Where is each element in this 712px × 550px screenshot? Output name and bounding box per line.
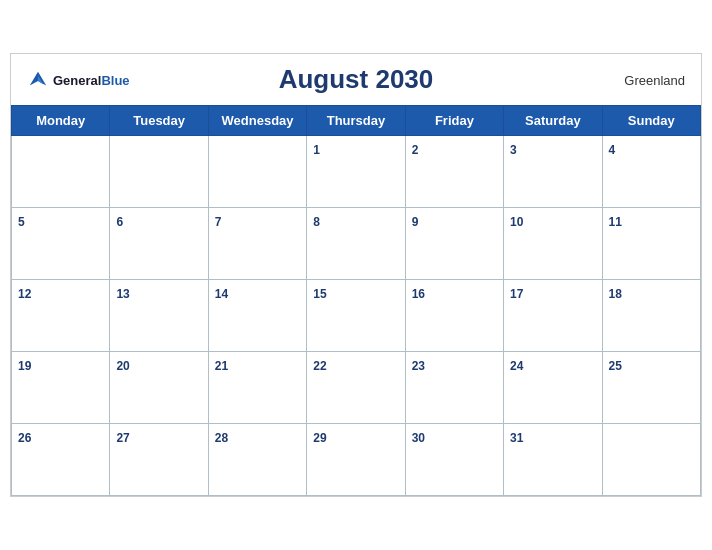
calendar-cell: 15 — [307, 280, 405, 352]
day-number: 31 — [510, 431, 523, 445]
day-number: 13 — [116, 287, 129, 301]
week-row-5: 262728293031 — [12, 424, 701, 496]
day-number: 9 — [412, 215, 419, 229]
day-number: 15 — [313, 287, 326, 301]
day-number: 28 — [215, 431, 228, 445]
calendar-cell: 11 — [602, 208, 700, 280]
calendar-cell — [208, 136, 306, 208]
calendar-cell: 28 — [208, 424, 306, 496]
day-number: 4 — [609, 143, 616, 157]
day-number: 11 — [609, 215, 622, 229]
logo-bird-icon — [27, 69, 49, 91]
day-number: 27 — [116, 431, 129, 445]
header-friday: Friday — [405, 106, 503, 136]
calendar-cell: 4 — [602, 136, 700, 208]
calendar-cell: 14 — [208, 280, 306, 352]
header-thursday: Thursday — [307, 106, 405, 136]
calendar-cell: 21 — [208, 352, 306, 424]
day-number: 25 — [609, 359, 622, 373]
logo-text: GeneralBlue — [53, 71, 130, 89]
day-number: 5 — [18, 215, 25, 229]
calendar-cell — [110, 136, 208, 208]
day-number: 2 — [412, 143, 419, 157]
calendar-cell: 30 — [405, 424, 503, 496]
day-number: 19 — [18, 359, 31, 373]
calendar-body: 1234567891011121314151617181920212223242… — [12, 136, 701, 496]
calendar-cell: 9 — [405, 208, 503, 280]
day-number: 18 — [609, 287, 622, 301]
calendar-cell: 26 — [12, 424, 110, 496]
weekday-header-row: Monday Tuesday Wednesday Thursday Friday… — [12, 106, 701, 136]
calendar-cell — [12, 136, 110, 208]
header-tuesday: Tuesday — [110, 106, 208, 136]
calendar-cell: 6 — [110, 208, 208, 280]
day-number: 12 — [18, 287, 31, 301]
day-number: 20 — [116, 359, 129, 373]
day-number: 23 — [412, 359, 425, 373]
day-number: 21 — [215, 359, 228, 373]
day-number: 7 — [215, 215, 222, 229]
calendar-header: GeneralBlue August 2030 Greenland — [11, 54, 701, 105]
calendar-cell: 19 — [12, 352, 110, 424]
calendar-cell: 12 — [12, 280, 110, 352]
calendar-cell: 31 — [504, 424, 602, 496]
week-row-3: 12131415161718 — [12, 280, 701, 352]
week-row-4: 19202122232425 — [12, 352, 701, 424]
calendar-cell: 16 — [405, 280, 503, 352]
day-number: 26 — [18, 431, 31, 445]
calendar-title: August 2030 — [279, 64, 434, 95]
day-number: 16 — [412, 287, 425, 301]
calendar-container: GeneralBlue August 2030 Greenland Monday… — [10, 53, 702, 497]
calendar-grid: Monday Tuesday Wednesday Thursday Friday… — [11, 105, 701, 496]
day-number: 3 — [510, 143, 517, 157]
day-number: 1 — [313, 143, 320, 157]
calendar-cell: 8 — [307, 208, 405, 280]
day-number: 30 — [412, 431, 425, 445]
calendar-cell: 1 — [307, 136, 405, 208]
header-wednesday: Wednesday — [208, 106, 306, 136]
calendar-cell — [602, 424, 700, 496]
header-monday: Monday — [12, 106, 110, 136]
day-number: 22 — [313, 359, 326, 373]
day-number: 6 — [116, 215, 123, 229]
day-number: 8 — [313, 215, 320, 229]
calendar-cell: 18 — [602, 280, 700, 352]
logo-area: GeneralBlue — [27, 69, 130, 91]
header-saturday: Saturday — [504, 106, 602, 136]
calendar-cell: 20 — [110, 352, 208, 424]
day-number: 10 — [510, 215, 523, 229]
calendar-cell: 13 — [110, 280, 208, 352]
week-row-2: 567891011 — [12, 208, 701, 280]
day-number: 14 — [215, 287, 228, 301]
calendar-cell: 5 — [12, 208, 110, 280]
calendar-cell: 3 — [504, 136, 602, 208]
calendar-cell: 17 — [504, 280, 602, 352]
calendar-cell: 23 — [405, 352, 503, 424]
calendar-cell: 7 — [208, 208, 306, 280]
calendar-cell: 29 — [307, 424, 405, 496]
day-number: 29 — [313, 431, 326, 445]
calendar-cell: 25 — [602, 352, 700, 424]
day-number: 24 — [510, 359, 523, 373]
week-row-1: 1234 — [12, 136, 701, 208]
region-label: Greenland — [624, 72, 685, 87]
calendar-cell: 27 — [110, 424, 208, 496]
header-sunday: Sunday — [602, 106, 700, 136]
calendar-cell: 10 — [504, 208, 602, 280]
calendar-cell: 22 — [307, 352, 405, 424]
calendar-cell: 2 — [405, 136, 503, 208]
day-number: 17 — [510, 287, 523, 301]
calendar-cell: 24 — [504, 352, 602, 424]
